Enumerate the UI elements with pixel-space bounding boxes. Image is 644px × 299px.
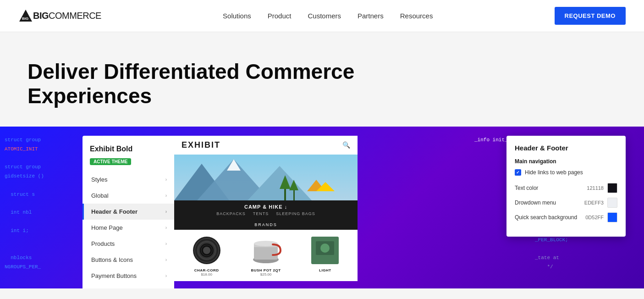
svg-point-23 bbox=[254, 241, 278, 246]
nav-resources[interactable]: Resources bbox=[400, 12, 433, 20]
menu-item-buttons-icons[interactable]: Buttons & Icons › bbox=[83, 252, 174, 268]
char-cord-price: $18.00 bbox=[179, 272, 234, 277]
chevron-icon: › bbox=[165, 177, 167, 182]
showcase-section: struct group ATOMIC_INIT struct group gi… bbox=[0, 127, 644, 288]
logo-icon: BIG bbox=[18, 9, 33, 23]
text-color-row: Text color 121118 bbox=[515, 183, 617, 193]
chevron-icon: › bbox=[165, 209, 167, 214]
product-card-light: LIGHT bbox=[297, 234, 353, 277]
exhibit-nav-sub: BACKPACKS TENTS SLEEPING BAGS bbox=[182, 211, 350, 216]
light-image bbox=[307, 234, 343, 266]
header: BIG BIGCOMMERCE Solutions Product Custom… bbox=[0, 0, 644, 32]
hide-links-label: Hide links to web pages bbox=[525, 169, 583, 176]
exhibit-products: CHAR-CORD $18.00 bbox=[174, 230, 358, 281]
logo-text: BIGCOMMERCE bbox=[33, 11, 101, 21]
chevron-icon: › bbox=[165, 257, 167, 262]
light-name: LIGHT bbox=[297, 268, 353, 272]
exhibit-nav: CAMP & HIKE ↓ BACKPACKS TENTS SLEEPING B… bbox=[174, 200, 358, 220]
request-demo-button[interactable]: REQUEST DEMO bbox=[555, 7, 626, 25]
svg-point-16 bbox=[203, 247, 210, 254]
product-card-bush-pot: BUSH POT 2QT $25.00 bbox=[238, 234, 293, 277]
char-cord-image bbox=[188, 234, 225, 266]
menu-item-products[interactable]: Products › bbox=[83, 236, 174, 252]
active-theme-badge: ACTIVE THEME bbox=[90, 158, 131, 165]
chevron-icon: › bbox=[165, 273, 167, 278]
text-color-label: Text color bbox=[515, 185, 587, 191]
hero-section: Deliver Differentiated Commerce Experien… bbox=[0, 32, 644, 108]
hero-title: Deliver Differentiated Commerce Experien… bbox=[28, 60, 394, 108]
dropdown-menu-value: EDEFF3 bbox=[584, 200, 604, 205]
bush-pot-name: BUSH POT 2QT bbox=[238, 268, 293, 272]
dropdown-menu-label: Drowdown menu bbox=[515, 199, 584, 206]
exhibit-hero-image bbox=[174, 155, 358, 200]
menu-item-global[interactable]: Global › bbox=[83, 188, 174, 204]
nav-solutions[interactable]: Solutions bbox=[223, 12, 251, 20]
header-footer-settings-panel: Header & Footer Main navigation Hide lin… bbox=[506, 136, 626, 237]
exhibit-logo: EXHIBIT bbox=[182, 140, 220, 150]
chevron-icon: › bbox=[165, 193, 167, 198]
quick-search-value: 0D52FF bbox=[585, 215, 604, 220]
menu-item-header-footer[interactable]: Header & Footer › bbox=[83, 204, 174, 220]
exhibit-header: EXHIBIT 🔍 bbox=[174, 136, 358, 155]
settings-panel-title: Header & Footer bbox=[515, 144, 617, 152]
quick-search-row: Quick search background 0D52FF bbox=[515, 212, 617, 222]
text-color-value: 121118 bbox=[587, 185, 604, 191]
menu-item-payment-buttons[interactable]: Payment Buttons › bbox=[83, 268, 174, 284]
ui-panels: Exhibit Bold ACTIVE THEME Styles › Globa… bbox=[83, 136, 358, 288]
menu-item-styles[interactable]: Styles › bbox=[83, 172, 174, 188]
main-nav: Solutions Product Customers Partners Res… bbox=[223, 12, 433, 20]
theme-name: Exhibit Bold bbox=[83, 145, 174, 157]
main-navigation-label: Main navigation bbox=[515, 158, 617, 165]
chevron-icon: › bbox=[165, 241, 167, 246]
nav-product[interactable]: Product bbox=[268, 12, 292, 20]
search-icon[interactable]: 🔍 bbox=[342, 141, 350, 149]
hide-links-checkbox[interactable] bbox=[515, 169, 521, 176]
dropdown-menu-swatch[interactable] bbox=[607, 198, 617, 208]
camp-hike-nav-title: CAMP & HIKE ↓ bbox=[182, 204, 350, 210]
brands-label: BRANDS bbox=[174, 220, 358, 230]
code-background-left: struct group ATOMIC_INIT struct group gi… bbox=[0, 127, 96, 288]
char-cord-name: CHAR-CORD bbox=[179, 268, 234, 272]
hide-links-row: Hide links to web pages bbox=[515, 169, 617, 176]
product-card-char-cord: CHAR-CORD $18.00 bbox=[179, 234, 234, 277]
bush-pot-image bbox=[248, 234, 284, 266]
text-color-swatch[interactable] bbox=[607, 183, 617, 193]
svg-rect-11 bbox=[293, 189, 295, 200]
svg-text:BIG: BIG bbox=[22, 17, 28, 21]
bush-pot-price: $25.00 bbox=[238, 272, 293, 277]
nav-partners[interactable]: Partners bbox=[358, 12, 384, 20]
logo[interactable]: BIG BIGCOMMERCE bbox=[18, 9, 101, 23]
nav-customers[interactable]: Customers bbox=[308, 12, 341, 20]
quick-search-label: Quick search background bbox=[515, 214, 585, 221]
dropdown-menu-row: Drowdown menu EDEFF3 bbox=[515, 198, 617, 208]
exhibit-store-panel: EXHIBIT 🔍 bbox=[174, 136, 358, 281]
menu-item-home-page[interactable]: Home Page › bbox=[83, 220, 174, 236]
chevron-icon: › bbox=[165, 225, 167, 230]
quick-search-swatch[interactable] bbox=[607, 212, 617, 222]
theme-sidebar: Exhibit Bold ACTIVE THEME Styles › Globa… bbox=[83, 136, 174, 288]
svg-point-26 bbox=[320, 244, 330, 253]
